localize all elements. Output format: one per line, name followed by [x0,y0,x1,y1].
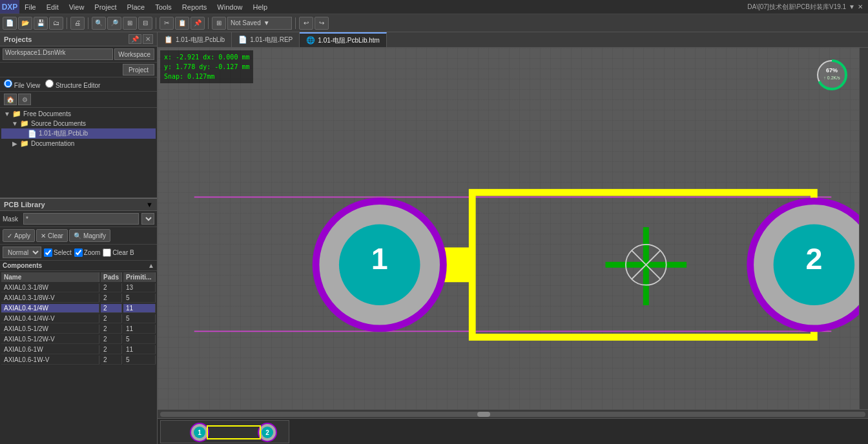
workspace-combo[interactable]: Workspace1.DsnWrk [3,48,113,60]
table-row[interactable]: AXIAL0.3-1/8W-V 2 5 [1,294,156,303]
main-layout: Projects 📌 ✕ Workspace1.DsnWrk Workspace… [0,32,868,444]
menu-project[interactable]: Project [89,0,121,14]
projects-controls: 📌 ✕ [129,34,153,44]
components-title: Components [3,262,42,269]
sep5 [295,17,296,29]
menu-window[interactable]: Window [212,0,247,14]
cut-btn[interactable]: ✂ [160,17,174,30]
magnify-icon: 🔍 [74,232,81,239]
tab-rep[interactable]: 📄 1.01-电阻.REP [232,32,300,47]
tab-icon: 📄 [238,35,247,44]
magnify-button[interactable]: 🔍 Magnify [69,229,110,242]
pcblib-header: PCB Library ▼ [0,198,157,211]
menu-help[interactable]: Help [247,0,273,14]
tree-free-docs[interactable]: ▼ 📁 Free Documents [1,109,156,119]
tabs-bar: 📋 1.01-电阻.PcbLib 📄 1.01-电阻.REP 🌐 1.01-电阻… [158,32,868,48]
zoom-fit-btn[interactable]: ⊞ [123,17,137,30]
menu-edit[interactable]: Edit [41,0,64,14]
sep3 [156,17,156,29]
folder-icon: 📁 [12,110,21,118]
select-checkbox-label[interactable]: Select [44,248,72,257]
sep1 [67,17,67,29]
components-scroll-btn[interactable]: ▲ [148,262,154,269]
apply-button[interactable]: ✓ Apply [3,229,35,242]
paste-btn[interactable]: 📌 [191,17,205,30]
zoom-checkbox[interactable] [74,248,83,257]
zoom-checkbox-label[interactable]: Zoom [74,248,101,257]
menu-place[interactable]: Place [122,0,150,14]
table-row[interactable]: AXIAL0.5-1/2W 2 11 [1,325,156,334]
project-button[interactable]: Project [123,64,154,76]
projects-pin-btn[interactable]: 📌 [129,34,141,44]
copy-btn[interactable]: 📋 [175,17,189,30]
zoom-out-btn[interactable]: 🔎 [107,17,121,30]
bottom-thumbnail: 1 2 [158,418,868,444]
select-checkbox[interactable] [44,248,52,257]
pcblib-title: PCB Library [4,201,45,208]
save-btn[interactable]: 💾 [34,17,48,30]
col-pads[interactable]: Pads [101,272,122,282]
menu-file[interactable]: File [19,0,41,14]
undo-btn[interactable]: ↩ [299,17,313,30]
clearb-checkbox-label[interactable]: Clear B [103,248,134,257]
x-icon: ✕ [41,232,46,239]
horizontal-scrollbar[interactable] [158,409,868,418]
home-icon-btn[interactable]: 🏠 [4,94,17,105]
tree-pcblib-file[interactable]: 📄 1.01-电阻.PcbLib [1,128,156,139]
normal-select[interactable]: Normal [3,247,41,258]
clear-button[interactable]: ✕ Clear [36,229,68,242]
svg-text:67%: 67% [826,67,838,74]
table-row[interactable]: AXIAL0.6-1W 2 11 [1,345,156,354]
table-row[interactable]: AXIAL0.6-1W-V 2 5 [1,356,156,365]
sep4 [208,17,209,29]
clearb-checkbox[interactable] [103,248,111,257]
menu-tools[interactable]: Tools [150,0,177,14]
projects-close-btn[interactable]: ✕ [143,34,153,44]
progress-indicator: 67% ↑ 0.2K/s [815,58,849,92]
radio-structure-editor[interactable]: Structure Editor [45,79,100,89]
options-icon-btn[interactable]: ⚙ [18,94,31,105]
redo-btn[interactable]: ↪ [315,17,329,30]
tree-source-docs[interactable]: ▼ 📁 Source Documents [1,119,156,128]
menu-view[interactable]: View [64,0,90,14]
mask-input[interactable] [23,213,139,225]
components-tbody: AXIAL0.3-1/8W 2 13 AXIAL0.3-1/8W-V 2 5 A… [1,283,156,365]
table-row[interactable]: AXIAL0.3-1/8W 2 13 [1,283,156,292]
col-prims[interactable]: Primiti... [123,272,156,282]
zoom-in-btn[interactable]: 🔍 [92,17,106,30]
grid-btn[interactable]: ⊞ [212,17,226,30]
workspace-button[interactable]: Workspace [114,48,154,60]
save-all-btn[interactable]: 🗂 [49,17,63,30]
tree-documentation[interactable]: ▶ 📁 Documentation [1,139,156,148]
zoom-area-btn[interactable]: ⊟ [138,17,152,30]
check-icon: ✓ [7,232,12,239]
thumbnail-view[interactable]: 1 2 [160,420,289,443]
scrollbar-track [160,412,865,417]
mask-dropdown[interactable]: ▼ [141,213,154,225]
open-btn[interactable]: 📂 [18,17,32,30]
menubar: DXP File Edit View Project Place Tools R… [0,0,868,14]
table-row-selected[interactable]: AXIAL0.4-1/4W 2 11 [1,304,156,313]
menu-reports[interactable]: Reports [177,0,212,14]
col-name[interactable]: Name [1,272,99,282]
table-row[interactable]: AXIAL0.5-1/2W-V 2 5 [1,335,156,344]
radio-row: File View Structure Editor [0,77,157,92]
components-header: Components ▲ [0,261,157,271]
pcb-canvas: 1 2 [158,48,868,418]
radio-file-view[interactable]: File View [4,79,40,89]
vertical-scrollbar[interactable] [859,48,868,409]
print-btn[interactable]: 🖨 [70,17,85,30]
tab-pcblib[interactable]: 📋 1.01-电阻.PcbLib [158,32,232,47]
right-panel: 📋 1.01-电阻.PcbLib 📄 1.01-电阻.REP 🌐 1.01-电阻… [158,32,868,444]
tab-htm[interactable]: 🌐 1.01-电阻.PcbLib.htm [300,32,387,47]
table-row[interactable]: AXIAL0.4-1/4W-V 2 5 [1,314,156,323]
new-btn[interactable]: 📄 [3,17,17,30]
canvas-area[interactable]: x: -2.921 dx: 0.000 mm y: 1.778 dy: -0.1… [158,48,868,418]
projects-header: Projects 📌 ✕ [0,32,157,46]
scrollbar-thumb[interactable] [477,412,490,417]
svg-text:1: 1 [198,429,202,436]
tab-icon: 📋 [164,35,173,44]
save-status[interactable]: Not Saved▼ [227,17,292,30]
table-header: Name Pads Primiti... [1,272,156,282]
pcblib-scroll-btn[interactable]: ▼ [146,201,153,208]
